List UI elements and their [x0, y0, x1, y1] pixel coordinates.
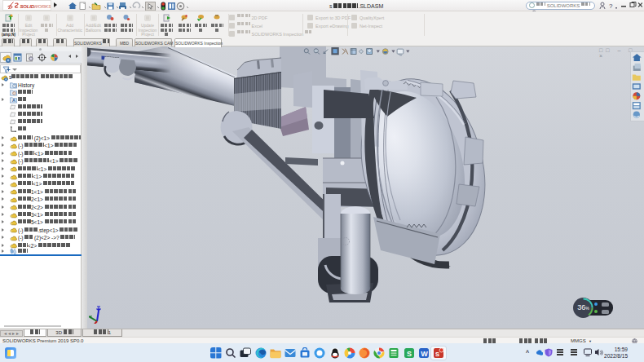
svg-text:A: A — [12, 98, 15, 103]
svg-text:S: S — [407, 350, 412, 358]
svg-text:S: S — [435, 350, 439, 357]
svg-text:SOLID: SOLID — [20, 4, 35, 9]
svg-text:WORKS: WORKS — [33, 4, 51, 9]
svg-text:?: ? — [609, 2, 613, 10]
svg-text:W: W — [421, 350, 428, 358]
